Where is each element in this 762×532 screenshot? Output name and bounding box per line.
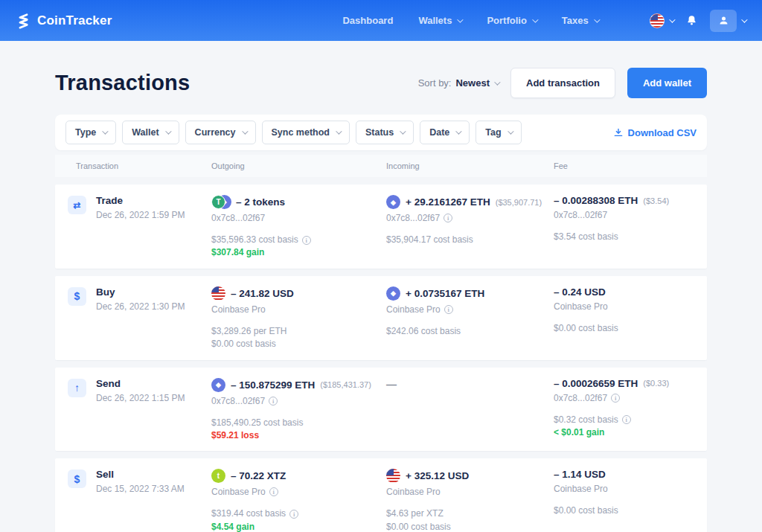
source-line: Coinbase Proi — [386, 304, 554, 315]
transaction-date: Dec 26, 2022 1:15 PM — [96, 393, 185, 403]
download-csv-link[interactable]: Download CSV — [613, 127, 697, 138]
incoming-amount: + 325.12 USD — [406, 470, 469, 481]
page-title: Transactions — [55, 71, 190, 95]
cost-basis-block: $3.54 cost basis — [554, 231, 707, 243]
sort-by-value: Newest — [455, 77, 490, 89]
incoming-amount: + 29.2161267 ETH — [406, 196, 490, 208]
cost-basis-block: $0.00 cost basis — [554, 504, 707, 517]
filter-chip-sync-method[interactable]: Sync method — [262, 121, 350, 144]
source-text: Coinbase Pro — [211, 487, 266, 497]
filter-chip-wallet[interactable]: Wallet — [122, 121, 179, 144]
nav-link-dashboard[interactable]: Dashboard — [342, 15, 393, 26]
cost-basis-line: $0.00 cost basis — [211, 338, 386, 350]
notifications-button[interactable] — [685, 14, 698, 27]
cost-basis-line: $0.32 cost basisi — [554, 414, 707, 426]
source-line: 0x7c8...02f67i — [211, 396, 386, 406]
filter-chip-label: Tag — [485, 127, 501, 138]
transaction-date: Dec 26, 2022 1:30 PM — [96, 301, 185, 312]
filter-chip-date[interactable]: Date — [420, 121, 470, 144]
transaction-type: Trade — [96, 195, 185, 206]
nav-link-taxes[interactable]: Taxes — [562, 15, 598, 26]
brand[interactable]: CoinTracker — [16, 13, 112, 29]
cost-basis-block: $319.44 cost basisi$4.54 gain — [211, 507, 386, 532]
amount-line: ◆T– 2 tokens — [211, 195, 386, 209]
nav-link-label: Wallets — [418, 15, 452, 26]
source-text: 0x7c8...02f67 — [554, 210, 607, 220]
filter-chip-label: Type — [75, 127, 96, 138]
fiat-equivalent: ($0.33) — [643, 379, 669, 388]
nav-link-label: Taxes — [562, 15, 589, 26]
chevron-down-icon — [458, 16, 464, 22]
sort-by-dropdown[interactable]: Sort by: Newest — [418, 77, 499, 89]
nav-link-wallets[interactable]: Wallets — [418, 15, 461, 26]
chevron-down-icon — [336, 128, 342, 134]
source-line: 0x7c8...02f67i — [386, 213, 554, 223]
amount-line: + 325.12 USD — [386, 469, 554, 483]
token-pair-icon: ◆T — [211, 195, 231, 209]
cost-basis-line: $3.54 cost basis — [554, 231, 707, 243]
filter-chip-currency[interactable]: Currency — [185, 121, 256, 144]
chevron-down-icon — [494, 79, 500, 85]
column-header-transaction: Transaction — [55, 161, 211, 170]
amount-line: – 1.14 USD — [554, 469, 707, 480]
source-line: Coinbase Pro — [554, 301, 707, 312]
incoming-cell: ◆+ 0.0735167 ETHCoinbase Proi$242.06 cos… — [386, 286, 554, 351]
eth-coin-icon: ◆ — [211, 378, 225, 392]
filter-chip-label: Currency — [195, 127, 236, 138]
usd-coin-icon — [386, 469, 400, 483]
table-header-row: TransactionOutgoingIncomingFee — [55, 155, 707, 177]
top-navbar: CoinTracker DashboardWalletsPortfolioTax… — [0, 0, 762, 41]
gain-loss-line: $4.54 gain — [211, 521, 386, 532]
source-line: 0x7c8...02f67i — [554, 393, 707, 403]
amount-line: – 0.00288308 ETH($3.54) — [554, 195, 707, 206]
filter-chip-label: Date — [429, 127, 449, 138]
transaction-row[interactable]: ↑SendDec 26, 2022 1:15 PM◆– 150.875299 E… — [55, 368, 707, 452]
fee-cell: – 0.00288308 ETH($3.54)0x7c8...02f67$3.5… — [554, 195, 707, 260]
fee-amount: – 0.00026659 ETH — [554, 378, 638, 389]
filter-chip-label: Sync method — [272, 127, 330, 138]
fee-cell: – 0.00026659 ETH($0.33)0x7c8...02f67i$0.… — [554, 378, 707, 443]
filter-chip-type[interactable]: Type — [65, 121, 116, 144]
filter-chip-status[interactable]: Status — [356, 121, 414, 144]
transaction-row[interactable]: ⇄TradeDec 26, 2022 1:59 PM◆T– 2 tokens0x… — [55, 185, 707, 269]
fee-amount: – 1.14 USD — [554, 469, 606, 480]
source-text: 0x7c8...02f67 — [386, 213, 440, 223]
source-line: Coinbase Pro — [211, 304, 386, 315]
eth-coin-icon: ◆ — [386, 195, 400, 209]
source-text: 0x7c8...02f67 — [211, 213, 265, 223]
nav-link-label: Dashboard — [342, 15, 393, 26]
bell-icon — [685, 14, 698, 27]
fee-cell: – 1.14 USDCoinbase Pro$0.00 cost basis — [554, 469, 707, 532]
cost-basis-line: $0.00 cost basis — [554, 504, 707, 517]
transaction-row[interactable]: $BuyDec 26, 2022 1:30 PM– 241.82 USDCoin… — [55, 276, 707, 360]
transaction-meta: TradeDec 26, 2022 1:59 PM — [96, 195, 185, 260]
incoming-cell: + 325.12 USDCoinbase Pro$4.63 per XTZ$0.… — [386, 469, 554, 532]
avatar — [710, 10, 737, 32]
info-icon: i — [302, 236, 311, 245]
filter-chip-tag[interactable]: Tag — [476, 121, 521, 144]
nav-link-portfolio[interactable]: Portfolio — [487, 15, 536, 26]
amount-line: t– 70.22 XTZ — [211, 469, 386, 483]
usd-coin-icon — [211, 286, 225, 301]
cost-basis-line: $0.00 cost basis — [386, 521, 554, 532]
outgoing-amount: – 70.22 XTZ — [231, 470, 286, 481]
source-line: 0x7c8...02f67 — [554, 210, 707, 220]
amount-line: – 241.82 USD — [211, 286, 386, 301]
empty-value: — — [386, 378, 397, 390]
cost-basis-line: $319.44 cost basisi — [211, 507, 386, 520]
outgoing-amount: – 2 tokens — [236, 196, 285, 208]
account-menu[interactable] — [710, 10, 746, 32]
transaction-row[interactable]: $SellDec 15, 2022 7:33 AMt– 70.22 XTZCoi… — [55, 458, 707, 532]
outgoing-cell: t– 70.22 XTZCoinbase Proi$319.44 cost ba… — [211, 469, 386, 532]
source-line: 0x7c8...02f67 — [211, 213, 386, 223]
source-text: Coinbase Pro — [386, 487, 441, 497]
amount-line: ◆+ 29.2161267 ETH($35,907.71) — [386, 195, 554, 209]
column-header-fee: Fee — [554, 161, 707, 170]
language-selector[interactable] — [650, 13, 673, 28]
transaction-cell: $SellDec 15, 2022 7:33 AM — [55, 469, 211, 532]
add-wallet-button[interactable]: Add wallet — [627, 68, 707, 98]
add-transaction-button[interactable]: Add transaction — [510, 68, 615, 98]
cost-basis-block: $35,904.17 cost basis — [386, 234, 554, 246]
amount-line: – 0.24 USD — [554, 286, 707, 298]
transaction-cell: ⇄TradeDec 26, 2022 1:59 PM — [55, 195, 211, 260]
